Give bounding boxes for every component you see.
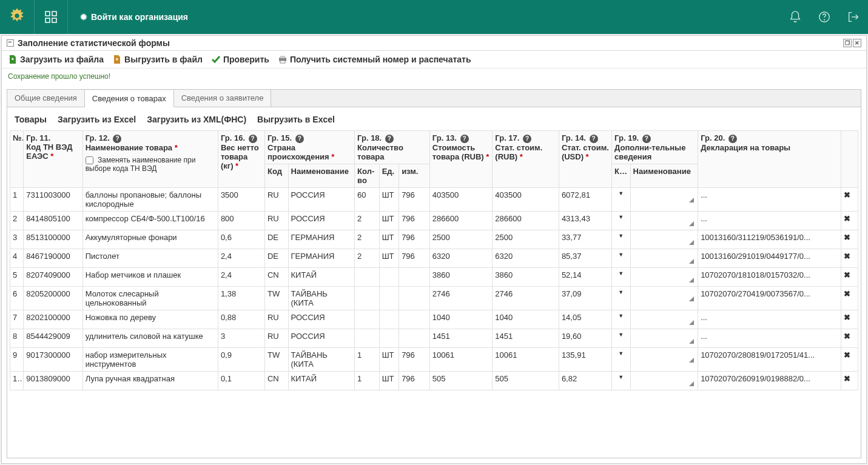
- help-icon[interactable]: ?: [728, 135, 737, 143]
- cell-add-code-dropdown[interactable]: ▼: [612, 347, 630, 371]
- tab-declarant[interactable]: Сведения о заявителе: [174, 90, 272, 107]
- delete-row-button[interactable]: ✖: [841, 347, 858, 371]
- table-row[interactable]: 99017300000набор измерительных инструмен…: [10, 347, 858, 371]
- cell-name: Ножовка по дереву: [82, 310, 218, 329]
- export-excel-button[interactable]: Выгрузить в Excel: [257, 115, 335, 124]
- delete-row-button[interactable]: ✖: [841, 267, 858, 286]
- table-row[interactable]: 48467190000Пистолет2,4DEГЕРМАНИЯ2ШТ79663…: [10, 249, 858, 267]
- load-xml-button[interactable]: Загрузить из XML(ФНС): [147, 115, 246, 124]
- cell-add-name[interactable]: [630, 329, 698, 347]
- chevron-down-icon: ▼: [614, 252, 627, 258]
- tab-general[interactable]: Общие сведения: [7, 90, 85, 107]
- cell-country-name: КИТАЙ: [288, 371, 355, 390]
- col-tnved: Гр. 11. Код ТН ВЭД ЕАЭС *: [24, 131, 82, 188]
- load-from-file-button[interactable]: Загрузить из файла: [8, 55, 104, 64]
- cell-stat-rub: 2746: [493, 286, 559, 310]
- table-row[interactable]: 38513100000Аккумуляторные фонари0,6DEГЕР…: [10, 230, 858, 249]
- cell-weight: 0,6: [218, 230, 264, 249]
- cell-add-code-dropdown[interactable]: ▼: [612, 187, 630, 211]
- delete-row-button[interactable]: ✖: [841, 286, 858, 310]
- cell-country-name: РОССИЯ: [288, 329, 355, 347]
- replace-name-checkbox[interactable]: [86, 156, 93, 164]
- help-icon[interactable]: ?: [590, 135, 598, 143]
- table-row[interactable]: 28414805100компрессор СБ4/Ф-500.LT100/16…: [10, 211, 858, 230]
- cell-declaration: 10702070/280819/0172051/41...: [698, 347, 841, 371]
- help-button[interactable]: [810, 0, 839, 34]
- help-icon[interactable]: ?: [249, 135, 257, 143]
- cell-declaration: ...: [698, 329, 841, 347]
- goods-label: Товары: [15, 115, 47, 124]
- apps-button[interactable]: [34, 0, 68, 34]
- cell-cost: 505: [429, 371, 492, 390]
- login-as-org-link[interactable]: Войти как организация: [80, 12, 188, 22]
- cell-add-name[interactable]: [630, 347, 698, 371]
- help-icon[interactable]: ?: [523, 135, 531, 143]
- cell-add-code-dropdown[interactable]: ▼: [612, 249, 630, 267]
- delete-row-button[interactable]: ✖: [841, 329, 858, 347]
- table-row[interactable]: 58207409000Набор метчиков и плашек2,4CNК…: [10, 267, 858, 286]
- cell-add-code-dropdown[interactable]: ▼: [612, 371, 630, 390]
- cell-add-code-dropdown[interactable]: ▼: [612, 310, 630, 329]
- delete-row-button[interactable]: ✖: [841, 211, 858, 230]
- cell-stat-rub: 1040: [493, 310, 559, 329]
- cell-qty: [355, 267, 380, 286]
- cell-add-name[interactable]: [630, 310, 698, 329]
- load-excel-button[interactable]: Загрузить из Excel: [58, 115, 136, 124]
- help-icon[interactable]: ?: [385, 135, 394, 143]
- cell-weight: 3500: [218, 187, 264, 211]
- table-row[interactable]: 78202100000Ножовка по дереву0,88RUРОССИЯ…: [10, 310, 858, 329]
- cell-unit: ШТ: [379, 211, 399, 230]
- table-row[interactable]: 109013809000Лупа ручная квадратная0,1CNК…: [10, 371, 858, 390]
- col-additional: Гр. 19. ? Дополни-тельные сведения: [612, 131, 698, 164]
- cell-add-code-dropdown[interactable]: ▼: [612, 267, 630, 286]
- grid-icon: [45, 11, 57, 23]
- check-button[interactable]: Проверить: [211, 55, 269, 64]
- cell-name: Молоток слесарный цельнокованный: [82, 286, 218, 310]
- export-to-file-button[interactable]: Выгрузить в файл: [112, 55, 203, 64]
- cell-add-name[interactable]: [630, 286, 698, 310]
- panel-close-button[interactable]: ✕: [853, 39, 861, 47]
- delete-row-button[interactable]: ✖: [841, 249, 858, 267]
- help-icon[interactable]: ?: [295, 135, 304, 143]
- cell-unit: ШТ: [379, 187, 399, 211]
- cell-weight: 2,4: [218, 249, 264, 267]
- help-icon[interactable]: ?: [642, 135, 651, 143]
- delete-row-button[interactable]: ✖: [841, 230, 858, 249]
- panel-restore-button[interactable]: ❐: [843, 39, 852, 47]
- notifications-button[interactable]: [781, 0, 810, 34]
- cell-add-code-dropdown[interactable]: ▼: [612, 230, 630, 249]
- cell-add-code-dropdown[interactable]: ▼: [612, 329, 630, 347]
- cell-add-code-dropdown[interactable]: ▼: [612, 211, 630, 230]
- table-row[interactable]: 88544429009удлинитель силовой на катушке…: [10, 329, 858, 347]
- tab-goods[interactable]: Сведения о товарах: [85, 90, 174, 107]
- cell-country-code: RU: [264, 329, 288, 347]
- chevron-down-icon: ▼: [614, 289, 627, 295]
- table-row[interactable]: 68205200000Молоток слесарный цельнокован…: [10, 286, 858, 310]
- cell-add-name[interactable]: [630, 230, 698, 249]
- logout-button[interactable]: [839, 0, 868, 34]
- cell-add-name[interactable]: [630, 371, 698, 390]
- cell-stat-usd: 19,60: [559, 329, 611, 347]
- get-system-number-button[interactable]: Получить системный номер и распечатать: [278, 55, 471, 64]
- cell-add-code-dropdown[interactable]: ▼: [612, 286, 630, 310]
- cell-add-name[interactable]: [630, 249, 698, 267]
- cell-stat-rub: 505: [493, 371, 559, 390]
- help-icon[interactable]: ?: [113, 135, 121, 143]
- help-icon[interactable]: ?: [460, 135, 469, 143]
- cell-add-name[interactable]: [630, 187, 698, 211]
- table-row[interactable]: 17311003000баллоны пропановые; баллоны к…: [10, 187, 858, 211]
- cell-weight: 0,9: [218, 347, 264, 371]
- cell-num: 2: [10, 211, 24, 230]
- cell-stat-rub: 403500: [493, 187, 559, 211]
- cell-add-name[interactable]: [630, 211, 698, 230]
- panel-collapse-toggle[interactable]: [7, 39, 14, 47]
- cell-country-name: РОССИЯ: [288, 211, 355, 230]
- replace-name-checkbox-label[interactable]: Заменять наименование при выборе кода ТН…: [86, 156, 215, 173]
- delete-row-button[interactable]: ✖: [841, 310, 858, 329]
- delete-row-button[interactable]: ✖: [841, 371, 858, 390]
- cell-stat-rub: 286600: [493, 211, 559, 230]
- delete-row-button[interactable]: ✖: [841, 187, 858, 211]
- cell-add-name[interactable]: [630, 267, 698, 286]
- cell-name: Пистолет: [82, 249, 218, 267]
- cell-unit-code: [399, 310, 430, 329]
